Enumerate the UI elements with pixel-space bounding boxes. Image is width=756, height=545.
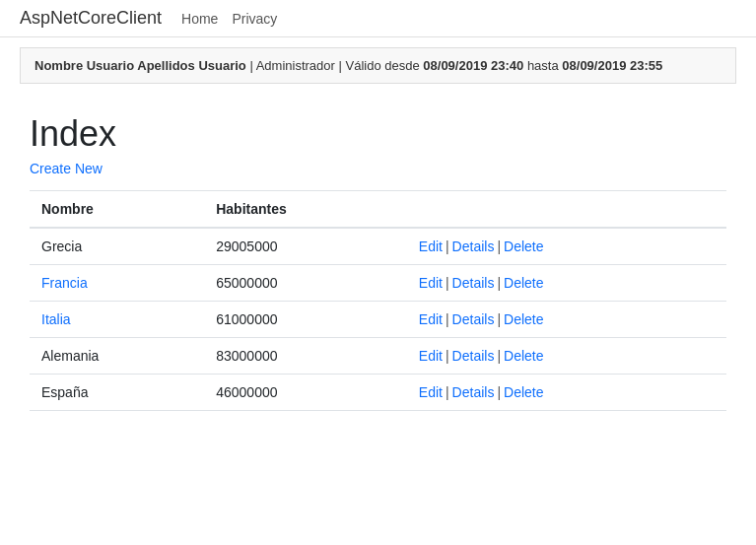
edit-link[interactable]: Edit: [419, 348, 443, 364]
separator: |: [497, 384, 501, 400]
info-bar-valid-to-word: hasta: [527, 58, 559, 73]
separator: |: [497, 238, 501, 254]
separator: |: [446, 275, 449, 291]
delete-link[interactable]: Delete: [504, 311, 543, 327]
edit-link[interactable]: Edit: [419, 384, 443, 400]
info-bar-role: Administrador: [256, 58, 335, 73]
details-link[interactable]: Details: [452, 311, 495, 327]
separator: |: [497, 348, 501, 364]
cell-nombre: Italia: [30, 302, 204, 338]
col-actions: [407, 191, 726, 229]
info-bar-valid-from: 08/09/2019 23:40: [423, 58, 523, 73]
cell-actions: Edit|Details|Delete: [407, 338, 726, 375]
separator: |: [446, 384, 449, 400]
cell-nombre: Alemania: [30, 338, 204, 375]
col-nombre: Nombre: [30, 191, 204, 229]
nav-link-home[interactable]: Home: [181, 11, 218, 27]
separator: |: [497, 311, 501, 327]
edit-link[interactable]: Edit: [419, 275, 443, 291]
nombre-link[interactable]: Francia: [41, 275, 88, 291]
info-bar-valid-from-label: Válido desde: [346, 58, 420, 73]
cell-habitantes: 65000000: [204, 265, 407, 302]
create-new-link[interactable]: Create New: [30, 161, 103, 176]
info-bar-valid-to: 08/09/2019 23:55: [562, 58, 662, 73]
separator: |: [497, 275, 501, 291]
info-bar-separator2: |: [339, 58, 346, 73]
table-row: Italia61000000Edit|Details|Delete: [30, 302, 726, 338]
cell-habitantes: 46000000: [204, 375, 407, 411]
delete-link[interactable]: Delete: [504, 348, 543, 364]
details-link[interactable]: Details: [452, 348, 495, 364]
delete-link[interactable]: Delete: [504, 238, 543, 254]
cell-nombre: Francia: [30, 265, 204, 302]
cell-habitantes: 29005000: [204, 228, 407, 265]
details-link[interactable]: Details: [452, 275, 495, 291]
edit-link[interactable]: Edit: [419, 311, 443, 327]
cell-actions: Edit|Details|Delete: [407, 302, 726, 338]
nombre-link[interactable]: Italia: [41, 311, 71, 327]
details-link[interactable]: Details: [452, 384, 495, 400]
separator: |: [446, 348, 449, 364]
cell-nombre: Grecia: [30, 228, 204, 265]
edit-link[interactable]: Edit: [419, 238, 443, 254]
nav-link-privacy[interactable]: Privacy: [232, 11, 277, 27]
table-row: Grecia29005000Edit|Details|Delete: [30, 228, 726, 265]
delete-link[interactable]: Delete: [504, 275, 543, 291]
col-habitantes: Habitantes: [204, 191, 407, 229]
table-row: Francia65000000Edit|Details|Delete: [30, 265, 726, 302]
page-title: Index: [30, 113, 726, 155]
cell-actions: Edit|Details|Delete: [407, 265, 726, 302]
table-body: Grecia29005000Edit|Details|DeleteFrancia…: [30, 228, 726, 411]
navbar: AspNetCoreClient Home Privacy: [0, 0, 756, 37]
cell-habitantes: 83000000: [204, 338, 407, 375]
details-link[interactable]: Details: [452, 238, 495, 254]
table-header-row: Nombre Habitantes: [30, 191, 726, 229]
table-row: Alemania83000000Edit|Details|Delete: [30, 338, 726, 375]
separator: |: [446, 238, 449, 254]
info-bar: Nombre Usuario Apellidos Usuario | Admin…: [20, 47, 736, 84]
data-table: Nombre Habitantes Grecia29005000Edit|Det…: [30, 190, 726, 411]
cell-actions: Edit|Details|Delete: [407, 375, 726, 411]
cell-habitantes: 61000000: [204, 302, 407, 338]
main-content: Index Create New Nombre Habitantes Greci…: [0, 94, 756, 431]
delete-link[interactable]: Delete: [504, 384, 543, 400]
table-row: España46000000Edit|Details|Delete: [30, 375, 726, 411]
cell-nombre: España: [30, 375, 204, 411]
navbar-brand[interactable]: AspNetCoreClient: [20, 8, 162, 29]
table-header: Nombre Habitantes: [30, 191, 726, 229]
info-bar-name: Nombre Usuario Apellidos Usuario: [34, 58, 246, 73]
cell-actions: Edit|Details|Delete: [407, 228, 726, 265]
separator: |: [446, 311, 449, 327]
